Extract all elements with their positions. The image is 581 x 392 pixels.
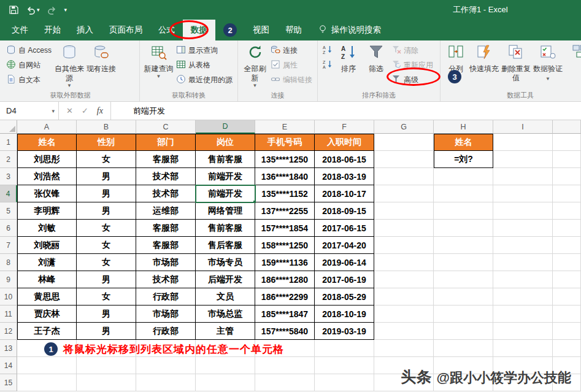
cell-C11[interactable]: 市场部 bbox=[136, 306, 196, 323]
cell-B3[interactable]: 男 bbox=[77, 168, 136, 185]
cell-F1[interactable]: 入职时间 bbox=[315, 134, 374, 151]
cell-H9[interactable] bbox=[434, 271, 493, 288]
column-header-C[interactable]: C bbox=[136, 120, 196, 134]
cell-F15[interactable] bbox=[315, 374, 374, 391]
cell-C5[interactable]: 运维部 bbox=[136, 202, 196, 220]
data-validation-button[interactable]: 数据验证 ▼ bbox=[532, 42, 564, 83]
cell-A4[interactable]: 张仪锋 bbox=[17, 185, 77, 202]
cell-G3[interactable] bbox=[374, 168, 434, 185]
cell-E3[interactable]: 136****1840 bbox=[255, 168, 315, 185]
cell-H13[interactable] bbox=[434, 340, 493, 357]
cell-B2[interactable]: 女 bbox=[77, 151, 136, 168]
cell-G5[interactable] bbox=[374, 202, 434, 220]
cell-C12[interactable]: 行政部 bbox=[136, 323, 196, 340]
cell-E14[interactable] bbox=[255, 357, 315, 374]
row-header-8[interactable]: 8 bbox=[0, 254, 17, 271]
cell-D4[interactable]: 前端开发 bbox=[196, 185, 255, 202]
cell-A8[interactable]: 刘潇 bbox=[17, 254, 77, 271]
cell-I8[interactable] bbox=[493, 254, 553, 271]
cell-H11[interactable] bbox=[434, 306, 493, 323]
cell-F5[interactable]: 2018-09-15 bbox=[315, 202, 374, 220]
consolidate-button-partial[interactable] bbox=[564, 42, 581, 63]
clear-filter-button[interactable]: 清除 bbox=[390, 44, 435, 57]
reapply-filter-button[interactable]: 重新应用 bbox=[390, 58, 435, 72]
cell-H4[interactable] bbox=[434, 185, 493, 202]
cell-C3[interactable]: 技术部 bbox=[136, 168, 196, 185]
cell-D15[interactable] bbox=[196, 374, 255, 391]
row-header-11[interactable]: 11 bbox=[0, 306, 17, 323]
cell-I5[interactable] bbox=[493, 202, 553, 220]
cell-E2[interactable]: 135****1250 bbox=[255, 151, 315, 168]
cell-A7[interactable]: 刘晓丽 bbox=[17, 237, 77, 254]
cell-B6[interactable]: 女 bbox=[77, 220, 136, 237]
cell-H2[interactable]: =刘? bbox=[434, 151, 493, 168]
advanced-filter-button[interactable]: 高级 bbox=[390, 73, 435, 86]
cell-G11[interactable] bbox=[374, 306, 434, 323]
fill-handle[interactable] bbox=[253, 200, 255, 202]
properties-button[interactable]: 属性 bbox=[269, 58, 314, 72]
cell-F2[interactable]: 2018-06-15 bbox=[315, 151, 374, 168]
cell-H10[interactable] bbox=[434, 288, 493, 306]
cell-C9[interactable]: 技术部 bbox=[136, 271, 196, 288]
show-queries-button[interactable]: 显示查询 bbox=[174, 44, 234, 57]
row-header-5[interactable]: 5 bbox=[0, 202, 17, 220]
cell-A12[interactable]: 王子杰 bbox=[17, 323, 77, 340]
cell-C15[interactable] bbox=[136, 374, 196, 391]
select-all-corner[interactable] bbox=[0, 120, 17, 134]
cell-A3[interactable]: 刘浩然 bbox=[17, 168, 77, 185]
tell-me-search[interactable]: 操作说明搜索 bbox=[310, 20, 389, 40]
cell-G7[interactable] bbox=[374, 237, 434, 254]
cell-E6[interactable]: 157****1854 bbox=[255, 220, 315, 237]
cell-E9[interactable]: 186****1280 bbox=[255, 271, 315, 288]
from-web-button[interactable]: 自网站 bbox=[4, 58, 53, 72]
text-to-columns-button[interactable]: 分列 bbox=[444, 42, 468, 74]
tab-formulas[interactable]: 公式 bbox=[150, 20, 183, 40]
column-header-G[interactable]: G bbox=[374, 120, 434, 134]
cell-G10[interactable] bbox=[374, 288, 434, 306]
flash-fill-button[interactable]: 快速填充 bbox=[468, 42, 500, 74]
cell-B9[interactable]: 男 bbox=[77, 271, 136, 288]
cell-B8[interactable]: 女 bbox=[77, 254, 136, 271]
sort-ascending-button[interactable]: AZ bbox=[321, 44, 334, 57]
cell-E1[interactable]: 手机号码 bbox=[255, 134, 315, 151]
cell-A6[interactable]: 刘敏 bbox=[17, 220, 77, 237]
cell-D9[interactable]: 后端开发 bbox=[196, 271, 255, 288]
row-header-13[interactable]: 13 bbox=[0, 340, 17, 357]
remove-duplicates-button[interactable]: 删除重复值 bbox=[500, 42, 532, 83]
row-header-1[interactable]: 1 bbox=[0, 134, 17, 151]
cell-C1[interactable]: 部门 bbox=[136, 134, 196, 151]
cell-A5[interactable]: 李明辉 bbox=[17, 202, 77, 220]
cell-I1[interactable] bbox=[493, 134, 553, 151]
cell-B10[interactable]: 女 bbox=[77, 288, 136, 306]
cell-C10[interactable]: 行政部 bbox=[136, 288, 196, 306]
cell-F14[interactable] bbox=[315, 357, 374, 374]
cell-F8[interactable]: 2019-06-14 bbox=[315, 254, 374, 271]
cell-H12[interactable] bbox=[434, 323, 493, 340]
formula-input[interactable]: 前端开发 bbox=[111, 102, 581, 120]
cell-A15[interactable] bbox=[17, 374, 77, 391]
cell-E11[interactable]: 185****1847 bbox=[255, 306, 315, 323]
column-header-E[interactable]: E bbox=[255, 120, 315, 134]
cell-E12[interactable]: 157****5840 bbox=[255, 323, 315, 340]
from-text-button[interactable]: 自文本 bbox=[4, 73, 53, 86]
cell-C14[interactable] bbox=[136, 357, 196, 374]
cell-I13[interactable] bbox=[493, 340, 553, 357]
cell-D14[interactable] bbox=[196, 357, 255, 374]
cell-E10[interactable]: 186****2299 bbox=[255, 288, 315, 306]
cell-B1[interactable]: 性别 bbox=[77, 134, 136, 151]
existing-connections-button[interactable]: 现有连接 bbox=[85, 42, 117, 74]
tab-file[interactable]: 文件 bbox=[4, 20, 36, 40]
cell-F11[interactable]: 2018-10-19 bbox=[315, 306, 374, 323]
cell-D2[interactable]: 售前客服 bbox=[196, 151, 255, 168]
undo-button[interactable]: ▾ bbox=[26, 5, 40, 15]
cell-H6[interactable] bbox=[434, 220, 493, 237]
save-button[interactable] bbox=[9, 5, 18, 15]
cell-D12[interactable]: 主管 bbox=[196, 323, 255, 340]
cell-B14[interactable] bbox=[77, 357, 136, 374]
cell-D6[interactable]: 售前客服 bbox=[196, 220, 255, 237]
cell-E8[interactable]: 159****1136 bbox=[255, 254, 315, 271]
cell-B12[interactable]: 男 bbox=[77, 323, 136, 340]
cell-B5[interactable]: 男 bbox=[77, 202, 136, 220]
enter-icon[interactable]: ✓ bbox=[82, 106, 88, 115]
cell-A14[interactable] bbox=[17, 357, 77, 374]
